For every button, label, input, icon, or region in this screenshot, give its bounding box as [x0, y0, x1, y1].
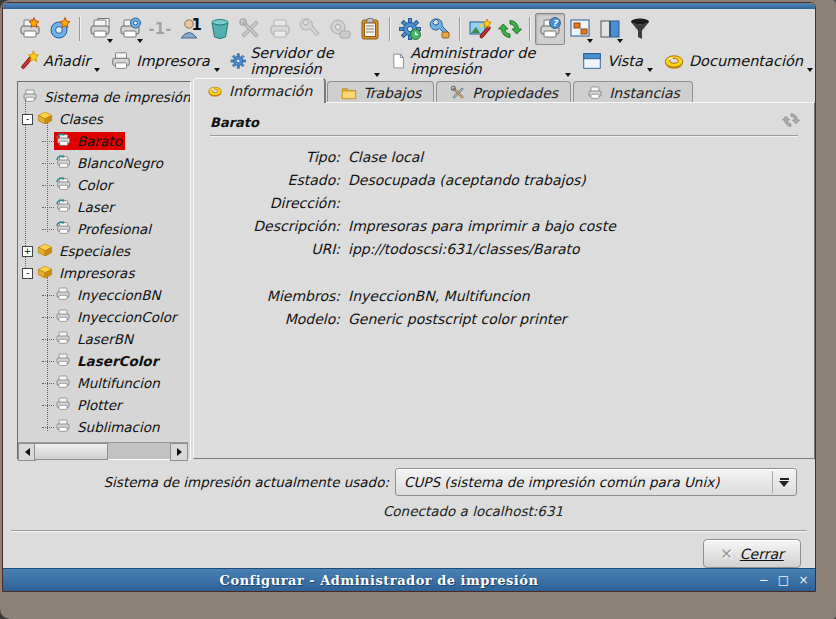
field-label: URI:: [204, 241, 340, 257]
printer-icon: [54, 286, 74, 304]
tree-item-laserbn[interactable]: LaserBN: [18, 328, 190, 350]
tree-item-color[interactable]: Color: [18, 174, 190, 196]
reload-info-icon[interactable]: [782, 111, 800, 129]
tab-informacion[interactable]: Información: [193, 78, 325, 103]
funnel-icon: [628, 17, 652, 41]
refresh-button[interactable]: [495, 13, 525, 45]
print-wizard-button[interactable]: [465, 13, 495, 45]
scrollbar-thumb[interactable]: [34, 443, 108, 460]
field-uri: URI:ipp://todoscsi:631/classes/Barato: [204, 241, 804, 264]
tree-item-laser[interactable]: Laser: [18, 196, 190, 218]
wand-icon: [17, 50, 39, 72]
menu-vista[interactable]: Vista: [579, 48, 655, 74]
configure-printer-button: [235, 13, 265, 45]
tree-label: LaserBN: [74, 331, 136, 347]
menu-administrador-de-impresion[interactable]: Administrador de impresión: [388, 43, 573, 79]
add-printer-wizard-button[interactable]: [15, 13, 45, 45]
tree-item-inyeccionbn[interactable]: InyeccionBN: [18, 284, 190, 306]
tab-instancias[interactable]: Instancias: [573, 81, 693, 103]
tree-label: Profesional: [74, 221, 154, 237]
screenshot-canvas: -1- 1 Añadir Impresora Servidor de impre…: [0, 0, 836, 619]
dropdown-arrow-icon: [647, 68, 653, 72]
menu-documentacion[interactable]: Documentación: [661, 48, 815, 74]
folder-icon: [340, 85, 358, 101]
gear-hand-icon: [328, 17, 352, 41]
printer-help-icon: [538, 17, 562, 41]
menu-label: Vista: [607, 53, 643, 69]
combobox-arrow-icon[interactable]: [772, 471, 795, 493]
server-configuration-button[interactable]: [395, 13, 425, 45]
printer-configuration-button[interactable]: [115, 13, 145, 45]
columns-icon: [598, 17, 622, 41]
server-tools-button[interactable]: [425, 13, 455, 45]
tab-trabajos[interactable]: Trabajos: [327, 81, 434, 103]
package-icon: [36, 110, 56, 128]
tab-label: Trabajos: [363, 85, 421, 101]
dropdown-arrow-icon: [565, 73, 571, 77]
field-label: Descripción:: [204, 218, 340, 234]
job-report-button[interactable]: [355, 13, 385, 45]
menu-label: Administrador de impresión: [410, 45, 561, 77]
menu-servidor-de-impresion[interactable]: Servidor de impresión: [228, 43, 382, 79]
collapse-expander-icon[interactable]: -: [22, 114, 33, 125]
view-orientation-button[interactable]: [595, 13, 625, 45]
tree-stub: [42, 141, 54, 142]
tree-item-inyeccioncolor[interactable]: InyeccionColor: [18, 306, 190, 328]
tab-propiedades[interactable]: Propiedades: [436, 81, 571, 103]
tree-item-multifuncion[interactable]: Multifuncion: [18, 372, 190, 394]
field-label: Estado:: [204, 172, 340, 188]
window-titlebar[interactable]: Configurar - Administrador de impresión …: [3, 568, 815, 591]
close-window-button[interactable]: ×: [795, 572, 812, 588]
test-printer-button: [265, 13, 295, 45]
tree-item-profesional[interactable]: Profesional: [18, 218, 190, 240]
close-button[interactable]: ✕ Cerrar: [703, 539, 801, 568]
dropdown-arrow-icon: [107, 39, 113, 43]
remove-printer-button[interactable]: [205, 13, 235, 45]
tab-label: Información: [229, 83, 312, 99]
field-modelo: Modelo:Generic postscript color printer: [204, 311, 804, 334]
maximize-button[interactable]: □: [775, 572, 792, 588]
package-icon: [36, 264, 56, 282]
title-divider: [210, 135, 798, 137]
tree-horizontal-scrollbar[interactable]: [18, 442, 188, 459]
filter-button[interactable]: [625, 13, 655, 45]
minimize-button[interactable]: −: [755, 572, 772, 588]
tree-stub: [42, 339, 54, 340]
printer-icon: [54, 374, 74, 392]
detail-tabs: Información Trabajos Propiedades Instanc…: [193, 79, 695, 103]
printer-class-icon: [54, 132, 74, 150]
tree-label: Sublimacion: [74, 419, 163, 435]
menu-anadir[interactable]: Añadir: [15, 48, 102, 74]
tree-item-lasercolor[interactable]: LaserColor: [18, 350, 190, 372]
tree-root-sistema-de-impresion[interactable]: Sistema de impresión: [18, 86, 190, 108]
add-special-printer-button[interactable]: [45, 13, 75, 45]
tree-item-barato[interactable]: Barato: [18, 130, 190, 152]
menu-impresora[interactable]: Impresora: [108, 48, 221, 74]
toolbar-separator: [459, 17, 461, 41]
tree-stub: [42, 207, 54, 208]
printer-icon: [21, 88, 41, 106]
tree-group-especiales[interactable]: +Especiales: [18, 240, 190, 262]
set-user-default-button[interactable]: 1: [175, 13, 205, 45]
tree-label: Sistema de impresión: [41, 89, 190, 105]
menu-label: Servidor de impresión: [250, 45, 370, 77]
toolbar-separator: [389, 17, 391, 41]
view-change-button[interactable]: [565, 13, 595, 45]
dropdown-arrow-icon: [137, 39, 143, 43]
document-icon: [390, 50, 407, 72]
tree-group-impresoras[interactable]: -Impresoras: [18, 262, 190, 284]
printer-tooltips-toggle-button[interactable]: [535, 13, 565, 45]
print-test-page-button[interactable]: [85, 13, 115, 45]
tree-stub: [42, 405, 54, 406]
expand-expander-icon[interactable]: +: [22, 246, 33, 257]
scroll-right-arrow-icon[interactable]: [170, 443, 188, 461]
tree-group-clases[interactable]: -Clases: [18, 108, 190, 130]
tree-item-blanconegro[interactable]: BlancoNegro: [18, 152, 190, 174]
tree-item-plotter[interactable]: Plotter: [18, 394, 190, 416]
field-label: Miembros:: [204, 288, 340, 304]
trash-icon: [208, 17, 232, 41]
tree-item-sublimacion[interactable]: Sublimacion: [18, 416, 190, 438]
print-system-combobox[interactable]: CUPS (sistema de impresión común para Un…: [395, 468, 797, 496]
collapse-expander-icon[interactable]: -: [22, 268, 33, 279]
tab-label: Instancias: [609, 85, 680, 101]
